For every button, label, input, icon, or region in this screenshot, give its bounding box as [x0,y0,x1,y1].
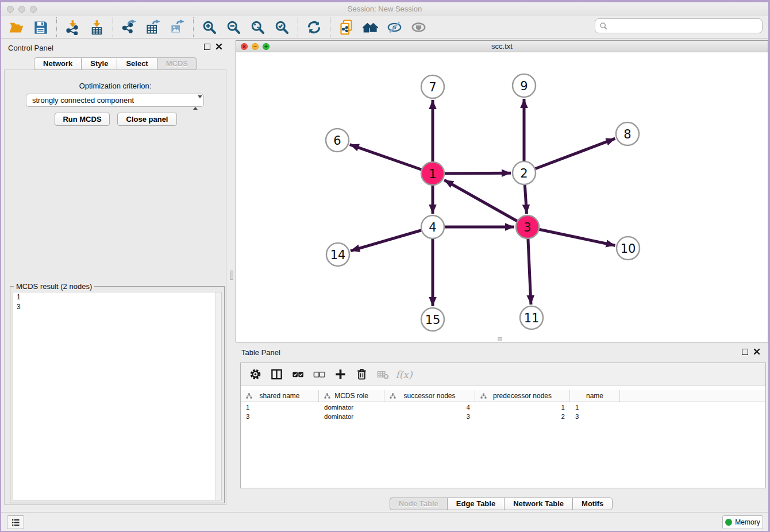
tab-network-table[interactable]: Network Table [504,498,572,510]
graph-node-label: 14 [330,248,346,262]
column-header[interactable]: successor nodes [384,390,475,402]
table-row[interactable]: 3 dominator 3 2 3 [241,412,765,421]
graph-node-label: 3 [523,221,531,234]
float-table-panel-icon[interactable] [742,349,748,355]
close-network-button[interactable] [241,43,248,50]
save-session-icon[interactable] [30,18,51,36]
show-panels-menu-button[interactable] [7,515,24,529]
float-panel-icon[interactable] [204,44,210,50]
mcds-result-item[interactable]: 1 [13,292,221,302]
delete-row-trash-icon[interactable] [352,365,371,384]
criterion-value: strongly connected component [32,96,134,105]
graph-edge-3-10[interactable] [528,227,615,245]
panel-divider[interactable] [229,38,234,512]
toolbar-separator [298,17,298,37]
network-canvas[interactable]: 7968124314101511 [236,53,769,342]
deselect-all-rows-icon[interactable] [309,365,329,384]
column-header[interactable]: predecessor nodes [475,390,570,402]
tab-network[interactable]: Network [34,57,81,70]
main-toolbar [1,16,768,38]
zoom-selected-icon[interactable] [271,18,292,36]
close-panel-icon[interactable] [215,43,222,50]
toolbar-separator [193,17,194,37]
fit-content-icon[interactable] [247,18,268,36]
close-panel-button[interactable]: Close panel [117,113,177,126]
column-header[interactable]: MCDS role [319,390,384,402]
graph-edge-3-1[interactable] [444,180,528,227]
mcds-panel: Optimization criterion: strongly connect… [4,70,226,505]
control-panel: Control Panel Network Style Select MCDS … [2,38,229,512]
hide-graphics-details-icon[interactable] [384,18,405,36]
optimization-criterion-label: Optimization criterion: [5,82,226,90]
graph-edge-4-14[interactable] [351,227,433,251]
tab-motifs[interactable]: Motifs [572,498,613,510]
canvas-resize-handle[interactable] [498,337,502,341]
table-tabs: Node Table Edge Table Network Table Moti… [234,498,768,510]
tab-node-table[interactable]: Node Table [390,498,447,510]
result-scrollbar[interactable] [215,292,221,500]
function-builder-icon[interactable]: f(x) [394,365,414,384]
tab-mcds[interactable]: MCDS [157,57,197,70]
show-graphics-details-icon[interactable] [408,18,429,36]
export-network-icon[interactable] [118,18,139,36]
graph-node-label: 1 [429,167,436,181]
memory-button[interactable]: Memory [722,515,763,529]
tab-select[interactable]: Select [117,57,156,70]
minimize-window-button[interactable] [18,6,25,13]
maximize-network-button[interactable] [263,43,270,50]
graph-node-label: 2 [520,167,528,180]
graph-node-label: 7 [429,80,436,94]
run-mcds-button[interactable]: Run MCDS [55,113,110,126]
tab-style[interactable]: Style [81,57,117,70]
search-input[interactable] [595,18,763,33]
mcds-result-item[interactable]: 3 [13,302,221,312]
select-all-rows-icon[interactable] [288,365,307,384]
home-icon[interactable] [360,18,380,36]
import-table-icon[interactable] [86,18,107,36]
hierarchy-icon [480,393,487,399]
show-columns-icon[interactable] [267,365,286,384]
export-table-icon[interactable] [143,18,163,36]
status-bar: Memory [1,512,768,531]
close-table-panel-icon[interactable] [753,348,760,355]
toolbar-separator [56,17,57,37]
search-icon [599,22,608,30]
list-icon [11,518,21,527]
minimize-network-button[interactable] [252,43,259,50]
column-header[interactable]: name [570,390,620,402]
graph-edge-1-6[interactable] [350,145,433,174]
copy-current-network-icon[interactable] [336,18,356,36]
control-panel-title: Control Panel [8,44,53,52]
graph-node-label: 6 [333,134,341,148]
graph-edge-2-8[interactable] [524,138,615,173]
maximize-window-button[interactable] [30,6,37,13]
memory-status-icon [725,519,732,526]
export-image-icon[interactable] [167,18,187,36]
add-row-icon[interactable] [330,365,350,384]
app-window: Session: New Session Control [1,2,768,531]
network-title: scc.txt [236,41,768,52]
table-panel: Table Panel f(x) [234,345,768,512]
toolbar-separator [330,17,330,37]
tab-edge-table[interactable]: Edge Table [447,498,504,510]
hierarchy-icon [390,393,396,399]
delete-table-icon[interactable] [373,365,392,384]
table-row[interactable]: 1 dominator 4 1 1 [241,403,765,412]
memory-label: Memory [735,518,760,526]
graph-node-label: 9 [520,79,528,93]
mcds-result-list[interactable]: 1 3 [13,292,222,500]
graph-node-label: 15 [425,313,441,327]
criterion-select[interactable]: strongly connected component [26,94,204,107]
import-network-icon[interactable] [62,18,83,36]
open-session-icon[interactable] [6,18,26,36]
refresh-icon[interactable] [303,18,324,36]
close-window-button[interactable] [7,6,14,13]
zoom-out-icon[interactable] [223,18,244,36]
zoom-in-icon[interactable] [199,18,220,36]
network-window-titlebar[interactable]: scc.txt [236,41,768,52]
divider-handle-icon[interactable] [230,271,233,280]
column-header[interactable]: shared name [241,390,319,402]
settings-gear-icon[interactable] [245,365,265,384]
select-stepper-icon [193,97,198,109]
network-view-window: scc.txt 7968124314101511 [236,40,768,342]
